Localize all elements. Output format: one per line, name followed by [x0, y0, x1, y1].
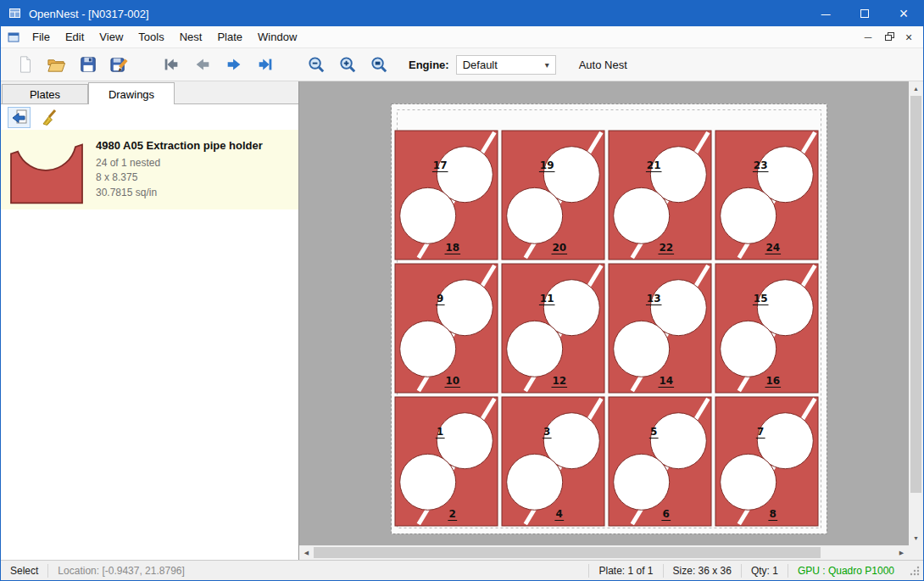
content-area: Plates Drawings — [1, 81, 923, 560]
minimize-icon: ─ — [821, 7, 831, 21]
zoom-in-icon — [338, 55, 358, 75]
part-number: 18 — [445, 242, 459, 254]
part-number: 21 — [647, 159, 661, 171]
save-button[interactable] — [72, 51, 103, 78]
app-icon — [8, 7, 22, 20]
menu-item-plate[interactable]: Plate — [209, 26, 250, 47]
maximize-button[interactable] — [845, 1, 884, 26]
go-first-button[interactable] — [155, 51, 186, 78]
close-button[interactable]: × — [884, 1, 923, 26]
engine-value: Default — [463, 59, 498, 71]
mdi-restore-button[interactable] — [878, 28, 899, 47]
go-last-icon — [256, 55, 275, 74]
close-icon: × — [899, 5, 909, 23]
mdi-close-button[interactable]: × — [899, 28, 919, 47]
app-window: OpenNest - [N0317-002] ─ × File Edit Vie… — [0, 0, 924, 581]
go-previous-button[interactable] — [186, 51, 218, 78]
nest-cell[interactable]: 12 — [395, 397, 498, 526]
part-number: 4 — [556, 508, 563, 520]
clean-button[interactable] — [37, 107, 60, 128]
open-button[interactable] — [41, 51, 72, 78]
drawing-nested-count: 24 of 1 nested — [96, 156, 263, 170]
open-folder-icon — [47, 55, 66, 75]
vscroll-down-button[interactable]: ▼ — [909, 531, 923, 545]
statusbar: Select Location: [-0.9437, 21.8796] Plat… — [1, 560, 923, 580]
go-first-icon — [162, 55, 181, 74]
plate: 171819202122232491011121314151612345678 — [391, 103, 827, 537]
tab-plates[interactable]: Plates — [2, 84, 88, 103]
status-mode: Select — [1, 565, 47, 577]
part-number: 1 — [437, 426, 443, 438]
go-next-button[interactable] — [218, 51, 249, 78]
tab-drawings[interactable]: Drawings — [88, 82, 175, 104]
hscroll-right-button[interactable]: ▶ — [894, 545, 909, 560]
mdi-close-icon: × — [905, 31, 912, 44]
nest-cell[interactable]: 1314 — [609, 264, 711, 393]
menu-item-window[interactable]: Window — [250, 26, 304, 47]
status-qty: Qty: 1 — [742, 565, 788, 577]
window-title: OpenNest - [N0317-002] — [29, 8, 149, 20]
save-as-button[interactable] — [103, 51, 135, 78]
plate-svg[interactable]: 171819202122232491011121314151612345678 — [391, 103, 827, 534]
hscroll-left-button[interactable]: ◀ — [299, 545, 314, 560]
zoom-out-button[interactable] — [301, 51, 332, 78]
page-arrow-button[interactable] — [8, 107, 31, 128]
go-last-button[interactable] — [249, 51, 281, 78]
hscroll-thumb[interactable] — [314, 547, 821, 558]
vertical-scrollbar[interactable]: ▲ ▼ — [909, 81, 923, 545]
panel-tabstrip: Plates Drawings — [1, 81, 298, 104]
drawing-list-item[interactable]: 4980 A05 Extraction pipe holder 24 of 1 … — [1, 130, 298, 209]
left-panel: Plates Drawings — [1, 81, 299, 560]
nest-cell[interactable]: 2122 — [609, 131, 711, 260]
menubar: File Edit View Tools Nest Plate Window ─… — [1, 26, 923, 48]
nest-cell[interactable]: 1718 — [395, 131, 498, 260]
vscroll-up-button[interactable]: ▲ — [909, 81, 923, 96]
part-number: 6 — [663, 508, 670, 520]
part-number: 3 — [543, 426, 550, 438]
menu-item-edit[interactable]: Edit — [58, 26, 92, 47]
broom-icon — [41, 109, 58, 126]
menu-item-nest[interactable]: Nest — [172, 26, 210, 47]
new-file-icon — [16, 55, 35, 74]
resize-grip-icon — [909, 565, 921, 577]
nest-cell[interactable]: 2324 — [715, 131, 818, 260]
drawings-toolbar — [1, 104, 298, 130]
nest-cell[interactable]: 56 — [609, 397, 711, 526]
resize-grip[interactable] — [904, 565, 923, 577]
main-toolbar: Engine: Default ▾ Auto Nest — [1, 48, 923, 81]
nest-cell[interactable]: 34 — [502, 397, 604, 526]
nest-cell[interactable]: 78 — [715, 397, 818, 526]
nest-cell[interactable]: 1516 — [715, 264, 818, 393]
zoom-fit-button[interactable] — [364, 51, 395, 78]
save-edit-icon — [109, 55, 129, 75]
auto-nest-button[interactable]: Auto Nest — [571, 54, 635, 75]
mdi-minimize-button[interactable]: ─ — [858, 28, 878, 47]
nest-cell[interactable]: 1112 — [502, 264, 604, 393]
status-gpu: GPU : Quadro P1000 — [788, 565, 904, 577]
mdi-restore-icon — [885, 32, 894, 42]
nest-canvas[interactable]: 171819202122232491011121314151612345678 … — [299, 81, 923, 560]
mdi-minimize-icon: ─ — [865, 31, 872, 43]
engine-label: Engine: — [409, 59, 449, 71]
go-previous-icon — [193, 55, 212, 74]
minimize-button[interactable]: ─ — [806, 1, 845, 26]
nest-cell[interactable]: 1920 — [502, 131, 604, 260]
scroll-corner — [909, 545, 923, 560]
engine-combobox[interactable]: Default ▾ — [456, 55, 556, 75]
drawing-thumbnail — [8, 134, 86, 205]
menu-item-file[interactable]: File — [25, 26, 58, 47]
part-number: 14 — [659, 375, 673, 387]
part-number: 2 — [449, 508, 456, 520]
status-plate: Plate: 1 of 1 — [589, 565, 662, 577]
part-number: 23 — [754, 159, 768, 171]
menu-item-view[interactable]: View — [92, 26, 131, 47]
horizontal-scrollbar[interactable]: ◀ ▶ — [299, 545, 909, 560]
nest-cell[interactable]: 910 — [395, 264, 498, 393]
part-shape — [11, 145, 82, 204]
new-button[interactable] — [9, 51, 41, 78]
vscroll-thumb[interactable] — [910, 96, 921, 493]
part-number: 24 — [765, 242, 780, 254]
part-number: 7 — [757, 426, 764, 438]
zoom-in-button[interactable] — [332, 51, 364, 78]
menu-item-tools[interactable]: Tools — [131, 26, 171, 47]
